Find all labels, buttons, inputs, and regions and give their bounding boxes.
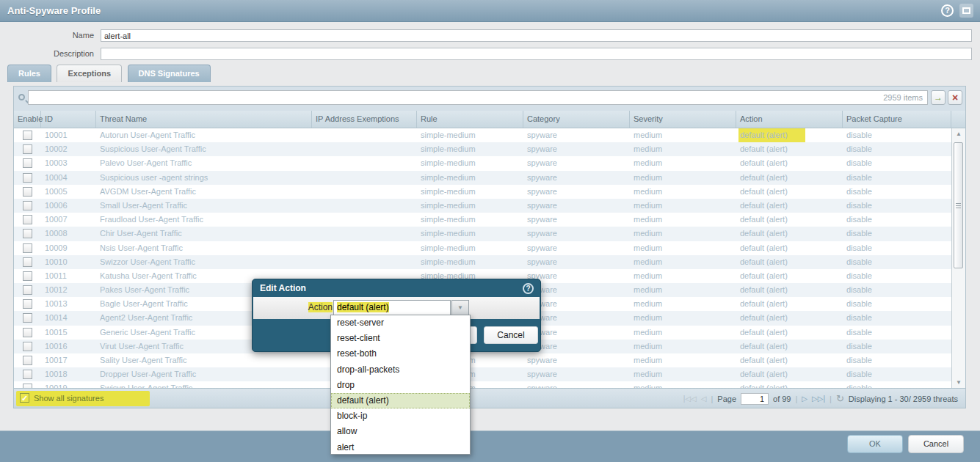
next-page-icon[interactable]: ▷ [802,395,807,403]
enable-checkbox[interactable] [23,370,32,379]
last-page-icon[interactable]: ▷▷| [812,395,825,403]
clear-filter-icon[interactable]: × [948,90,962,105]
threat-name-link[interactable]: Palevo User-Agent Traffic [96,156,312,170]
scrollbar-thumb[interactable] [954,142,963,268]
dialog-help-icon[interactable]: ? [523,283,534,294]
action-cell[interactable]: default (alert) [736,340,843,353]
action-cell[interactable]: default (alert) [736,185,843,199]
threat-name-link[interactable]: Dropper User-Agent Traffic [96,367,312,381]
action-cell[interactable]: default (alert) [736,199,843,213]
dropdown-option[interactable]: default (alert) [331,393,470,408]
table-row[interactable]: 10009Nsis User-Agent Trafficsimple-mediu… [14,241,951,255]
table-row[interactable]: 10002Suspicious User-Agent Trafficsimple… [14,142,951,156]
dropdown-option[interactable]: block-ip [331,408,470,424]
scroll-down-icon[interactable]: ▼ [952,379,965,386]
action-cell[interactable]: default (alert) [736,171,843,185]
action-cell[interactable]: default (alert) [736,255,843,269]
tab-dns-signatures[interactable]: DNS Signatures [128,65,211,82]
help-icon[interactable]: ? [941,4,954,17]
enable-checkbox[interactable] [23,257,32,267]
enable-checkbox[interactable] [23,173,32,183]
action-cell[interactable]: default (alert) [736,269,843,283]
tab-rules[interactable]: Rules [7,65,51,82]
tab-exceptions[interactable]: Exceptions [57,65,122,82]
threat-name-link[interactable]: Small User-Agent Traffic [96,199,312,213]
column-header-category[interactable]: Category [523,111,630,128]
table-row[interactable]: 10005AVGDM User-Agent Trafficsimple-medi… [14,185,951,199]
action-cell[interactable]: default (alert) [736,367,843,381]
threat-name-link[interactable]: Fraudload User-Agent Traffic [96,213,312,227]
action-combobox[interactable]: default (alert) [333,300,451,315]
table-row[interactable]: 10017Sality User-Agent Trafficsimple-med… [14,353,951,367]
enable-checkbox[interactable] [23,229,32,238]
dialog-cancel-button[interactable]: Cancel [484,326,538,344]
dropdown-option[interactable]: alert [331,440,470,455]
dropdown-option[interactable]: reset-server [331,315,470,331]
column-header-enable[interactable]: Enable [14,111,41,128]
scroll-up-icon[interactable]: ▲ [952,131,965,137]
column-header-severity[interactable]: Severity [630,111,736,128]
table-row[interactable]: 10007Fraudload User-Agent Trafficsimple-… [14,213,951,227]
action-cell[interactable]: default (alert) [736,156,843,170]
cancel-button[interactable]: Cancel [908,435,964,453]
action-cell[interactable]: default (alert) [736,142,843,156]
dropdown-option[interactable]: reset-client [331,331,470,346]
action-cell[interactable]: default (alert) [736,283,843,297]
threat-name-link[interactable]: AVGDM User-Agent Traffic [96,185,312,199]
table-row[interactable]: 10001Autorun User-Agent Trafficsimple-me… [14,128,951,142]
action-cell[interactable]: default (alert) [736,381,843,388]
dropdown-option[interactable]: drop-all-packets [331,362,470,378]
column-header-id[interactable]: ID [41,111,96,128]
enable-checkbox[interactable] [23,342,32,351]
name-field[interactable] [101,29,972,42]
enable-checkbox[interactable] [23,328,32,337]
action-cell[interactable]: default (alert) [736,128,843,142]
enable-checkbox[interactable] [23,313,32,323]
column-header-action[interactable]: Action [736,111,843,128]
threat-name-link[interactable]: Suspicious user -agent strings [96,171,312,185]
table-row[interactable]: 10010Swizzor User-Agent Trafficsimple-me… [14,255,951,269]
table-row[interactable]: 10018Dropper User-Agent Trafficsimple-me… [14,367,951,381]
show-all-signatures-checkbox[interactable]: ✓ [20,393,29,403]
restore-window-icon[interactable] [959,4,973,18]
threat-name-link[interactable]: Suspicious User-Agent Traffic [96,142,312,156]
page-number-input[interactable] [741,393,769,405]
threat-name-link[interactable]: Sality User-Agent Traffic [96,353,312,367]
dropdown-option[interactable]: reset-both [331,346,470,362]
column-header-threat-name[interactable]: Threat Name [96,111,312,128]
enable-checkbox[interactable] [23,215,32,224]
threat-name-link[interactable]: Autorun User-Agent Traffic [96,128,312,142]
threat-name-link[interactable]: Swisyn User-Agent Traffic [96,381,312,388]
enable-checkbox[interactable] [23,356,32,365]
dropdown-option[interactable]: allow [331,424,470,439]
threat-name-link[interactable]: Swizzor User-Agent Traffic [96,255,312,269]
column-header-rule[interactable]: Rule [417,111,523,128]
threat-name-link[interactable]: Nsis User-Agent Traffic [96,241,312,255]
action-cell[interactable]: default (alert) [736,297,843,311]
action-cell[interactable]: default (alert) [736,311,843,325]
table-row[interactable]: 10003Palevo User-Agent Trafficsimple-med… [14,156,951,170]
search-input[interactable] [28,90,928,105]
action-cell[interactable]: default (alert) [736,227,843,241]
enable-checkbox[interactable] [23,187,32,197]
vertical-scrollbar[interactable]: ▲ ▼ [951,128,965,388]
dropdown-option[interactable]: drop [331,378,470,393]
enable-checkbox[interactable] [23,131,32,140]
table-row[interactable]: 10019Swisyn User-Agent Trafficsimple-med… [14,381,951,388]
combo-dropdown-arrow-icon[interactable]: ▼ [451,300,469,315]
enable-checkbox[interactable] [23,299,32,309]
ok-button[interactable]: OK [847,435,903,453]
show-all-signatures-label[interactable]: Show all signatures [34,394,104,403]
action-cell[interactable]: default (alert) [736,353,843,367]
action-cell[interactable]: default (alert) [736,241,843,255]
enable-checkbox[interactable] [23,201,32,210]
column-header-packet-capture[interactable]: Packet Capture [843,111,951,128]
table-row[interactable]: 10006Small User-Agent Trafficsimple-medi… [14,199,951,213]
table-row[interactable]: 10008Chir User-Agent Trafficsimple-mediu… [14,227,951,241]
prev-page-icon[interactable]: ◁ [701,395,707,403]
threat-name-link[interactable]: Chir User-Agent Traffic [96,227,312,241]
enable-checkbox[interactable] [23,144,32,154]
first-page-icon[interactable]: |◁◁ [683,395,697,403]
apply-filter-icon[interactable]: → [931,90,945,105]
enable-checkbox[interactable] [23,158,32,168]
